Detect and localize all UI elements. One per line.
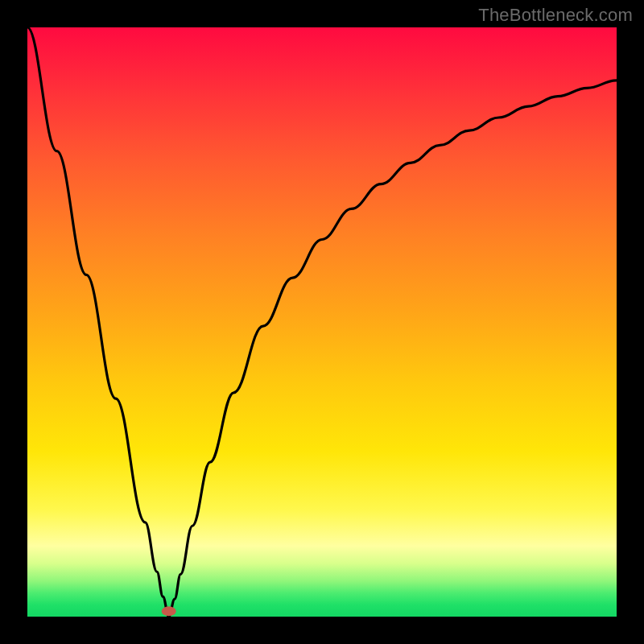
bottleneck-curve [27, 27, 617, 617]
watermark-text: TheBottleneck.com [478, 5, 633, 26]
curve-layer [27, 27, 617, 617]
min-marker [162, 606, 176, 616]
chart-frame: TheBottleneck.com [0, 0, 644, 644]
plot-area [27, 27, 617, 617]
